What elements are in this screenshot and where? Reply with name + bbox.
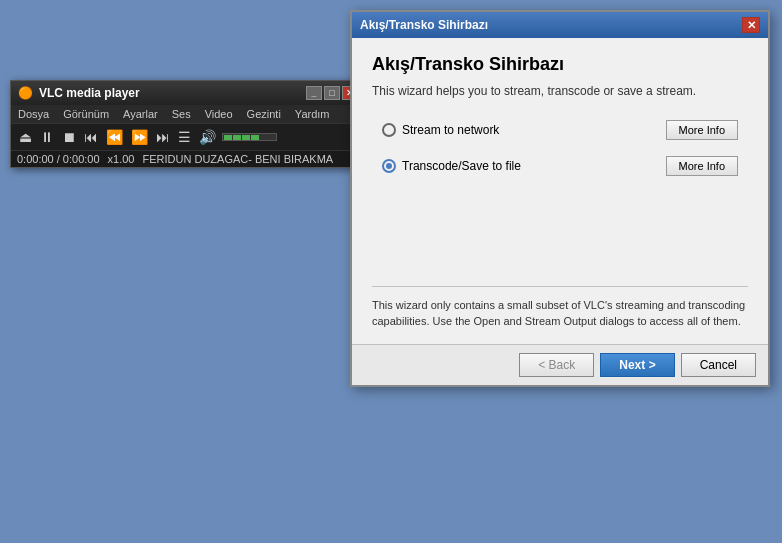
volume-bar[interactable]: [222, 133, 277, 141]
wizard-window-title: Akış/Transko Sihirbazı: [360, 18, 488, 32]
eject-button[interactable]: ⏏: [17, 128, 34, 146]
stop-button[interactable]: ⏹: [60, 128, 78, 146]
option-stream-left: Stream to network: [382, 123, 499, 137]
option-transcode-row: Transcode/Save to file More Info: [382, 156, 738, 176]
stream-more-info-button[interactable]: More Info: [666, 120, 738, 140]
vlc-logo-icon: 🟠: [17, 85, 33, 101]
vlc-window: 🟠 VLC media player _ □ ✕ Dosya Görünüm A…: [10, 80, 365, 168]
wizard-dialog: Akış/Transko Sihirbazı ✕ Akış/Transko Si…: [350, 10, 770, 387]
option-stream-row: Stream to network More Info: [382, 120, 738, 140]
vol-seg-4: [251, 135, 259, 141]
stream-label: Stream to network: [402, 123, 499, 137]
pause-button[interactable]: ⏸: [38, 128, 56, 146]
vlc-window-title: VLC media player: [39, 86, 140, 100]
next-button[interactable]: Next >: [600, 353, 674, 377]
wizard-body: Akış/Transko Sihirbazı This wizard helps…: [352, 38, 768, 287]
vlc-statusbar: 0:00:00 / 0:00:00 x1.00 FERIDUN DUZAGAC-…: [11, 150, 364, 167]
vlc-menubar: Dosya Görünüm Ayarlar Ses Video Gezinti …: [11, 105, 364, 123]
track-name: FERIDUN DUZAGAC- BENI BIRAKMA: [143, 153, 334, 165]
vlc-titlebar-left: 🟠 VLC media player: [17, 85, 140, 101]
forward-button[interactable]: ⏩: [129, 128, 150, 146]
vlc-titlebar: 🟠 VLC media player _ □ ✕: [11, 81, 364, 105]
speed-display: x1.00: [108, 153, 135, 165]
next-button[interactable]: ⏭: [154, 128, 172, 146]
volume-fill: [223, 134, 260, 140]
playlist-button[interactable]: ☰: [176, 128, 193, 146]
menu-gezinti[interactable]: Gezinti: [244, 107, 284, 121]
wizard-heading: Akış/Transko Sihirbazı: [372, 54, 748, 75]
transcode-radio[interactable]: [382, 159, 396, 173]
vol-seg-3: [242, 135, 250, 141]
menu-gorunum[interactable]: Görünüm: [60, 107, 112, 121]
menu-dosya[interactable]: Dosya: [15, 107, 52, 121]
cancel-button[interactable]: Cancel: [681, 353, 756, 377]
wizard-footer: < Back Next > Cancel: [352, 344, 768, 385]
spacer: [372, 196, 748, 276]
wizard-close-button[interactable]: ✕: [742, 17, 760, 33]
menu-video[interactable]: Video: [202, 107, 236, 121]
transcode-more-info-button[interactable]: More Info: [666, 156, 738, 176]
wizard-options: Stream to network More Info Transcode/Sa…: [372, 120, 748, 176]
prev-button[interactable]: ⏮: [82, 128, 100, 146]
volume-icon[interactable]: 🔊: [197, 128, 218, 146]
menu-ayarlar[interactable]: Ayarlar: [120, 107, 161, 121]
vlc-controls: ⏏ ⏸ ⏹ ⏮ ⏪ ⏩ ⏭ ☰ 🔊: [11, 123, 364, 150]
vol-seg-2: [233, 135, 241, 141]
transcode-label: Transcode/Save to file: [402, 159, 521, 173]
wizard-description: This wizard helps you to stream, transco…: [372, 83, 748, 100]
vlc-minimize-button[interactable]: _: [306, 86, 322, 100]
vlc-maximize-button[interactable]: □: [324, 86, 340, 100]
time-display: 0:00:00 / 0:00:00: [17, 153, 100, 165]
wizard-bottom-note: This wizard only contains a small subset…: [352, 287, 768, 344]
stream-radio[interactable]: [382, 123, 396, 137]
wizard-titlebar: Akış/Transko Sihirbazı ✕: [352, 12, 768, 38]
vol-seg-1: [224, 135, 232, 141]
rewind-button[interactable]: ⏪: [104, 128, 125, 146]
menu-yardim[interactable]: Yardım: [292, 107, 333, 121]
menu-ses[interactable]: Ses: [169, 107, 194, 121]
back-button[interactable]: < Back: [519, 353, 594, 377]
option-transcode-left: Transcode/Save to file: [382, 159, 521, 173]
